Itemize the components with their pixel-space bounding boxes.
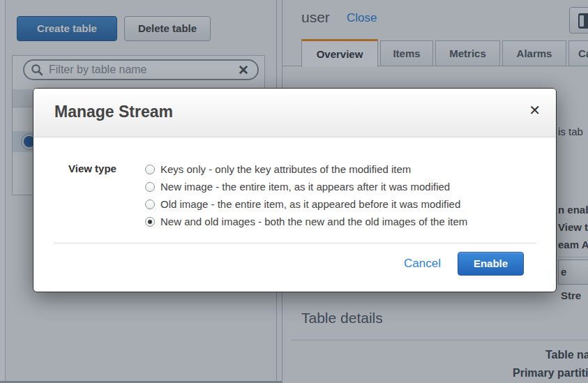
option-keys-only[interactable]: Keys only - only the key attributes of t…: [145, 160, 467, 178]
option-new-and-old-images[interactable]: New and old images - both the new and th…: [145, 213, 467, 230]
enable-button[interactable]: Enable: [458, 252, 524, 276]
radio-icon[interactable]: [145, 217, 155, 227]
option-label: Keys only - only the key attributes of t…: [160, 163, 411, 175]
radio-icon[interactable]: [145, 182, 155, 192]
cancel-button[interactable]: Cancel: [404, 257, 441, 271]
radio-icon[interactable]: [145, 165, 155, 174]
dialog-footer-divider: [54, 243, 536, 243]
view-type-label: View type: [68, 160, 145, 230]
option-label: New image - the entire item, as it appea…: [160, 181, 450, 193]
manage-stream-dialog: Manage Stream ✕ View type Keys only - on…: [33, 88, 557, 292]
option-label: New and old images - both the new and th…: [160, 216, 467, 227]
option-old-image[interactable]: Old image - the entire item, as it appea…: [145, 195, 467, 213]
option-label: Old image - the entire item, as it appea…: [160, 198, 460, 210]
dialog-body: View type Keys only - only the key attri…: [33, 137, 556, 230]
view-type-options: Keys only - only the key attributes of t…: [145, 160, 467, 230]
option-new-image[interactable]: New image - the entire item, as it appea…: [145, 178, 467, 195]
dialog-title: Manage Stream: [54, 103, 173, 121]
radio-icon[interactable]: [145, 200, 155, 209]
close-icon[interactable]: ✕: [529, 103, 541, 117]
dialog-header: Manage Stream ✕: [33, 89, 556, 137]
dynamodb-console: Create table Delete table ✕ user Close O…: [0, 0, 588, 383]
dialog-footer: Cancel Enable: [404, 252, 524, 276]
